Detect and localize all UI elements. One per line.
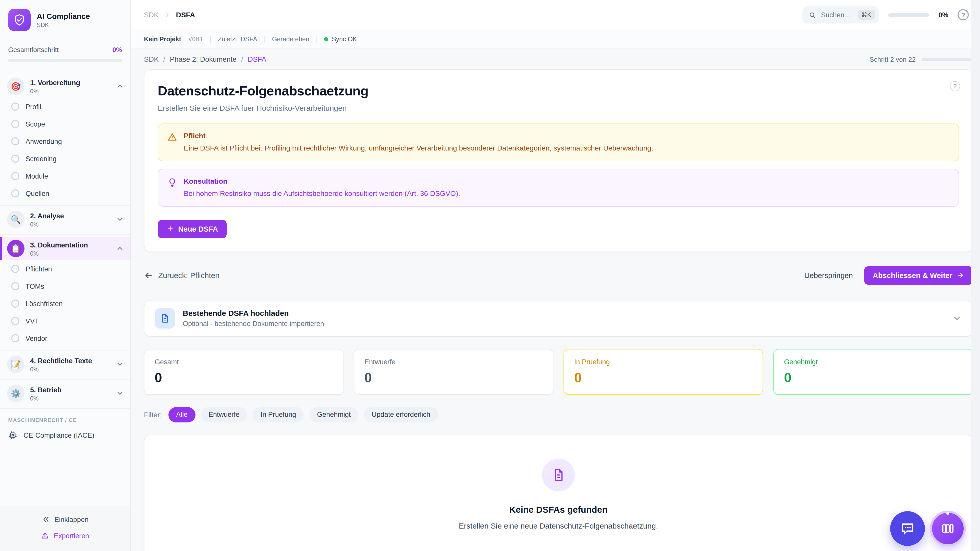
arrow-right-icon: [956, 272, 964, 279]
topbar-progress-bar: [888, 13, 929, 17]
stat-card-gesamt: Gesamt 0: [144, 349, 344, 395]
app-logo-shield-icon: [8, 9, 30, 31]
upload-title: Bestehende DSFA hochladen: [183, 309, 324, 318]
back-button[interactable]: Zurueck: Pflichten: [144, 271, 220, 280]
alert-text: Eine DSFA ist Pflicht bei: Profiling mit…: [184, 143, 653, 153]
chevron-down-icon: [116, 389, 124, 397]
last-visited-label: Zuletzt: DSFA: [218, 36, 257, 43]
phase-label: 5. Betrieb: [30, 386, 62, 394]
divider: [317, 36, 317, 43]
radio-circle-icon: [11, 300, 19, 308]
phase-group-vorbereitung: 🎯 1. Vorbereitung 0% Profil Scope Anwend…: [0, 73, 130, 206]
stat-value: 0: [155, 370, 333, 386]
sidebar-item-pflichten[interactable]: Pflichten: [0, 260, 130, 278]
page-subtitle: Erstellen Sie eine DSFA fuer Hochrisiko-…: [158, 103, 959, 112]
filter-chip-in-pruefung[interactable]: In Pruefung: [253, 407, 304, 422]
upload-existing-dsfa-expander[interactable]: Bestehende DSFA hochladen Optional - bes…: [144, 300, 973, 337]
radio-circle-icon: [11, 172, 19, 180]
step-progress-bar: [922, 57, 973, 61]
search-input[interactable]: Suchen... ⌘K: [803, 6, 879, 24]
sidebar-item-vendor[interactable]: Vendor: [0, 330, 130, 347]
topbar-breadcrumb: SDK DSFA: [144, 11, 195, 19]
sidebar-item-profil[interactable]: Profil: [0, 98, 130, 115]
alert-title: Konsultation: [184, 177, 460, 185]
stat-card-in-pruefung: In Pruefung 0: [563, 349, 763, 395]
alert-text: Bei hohem Restrisiko muss die Aufsichtsb…: [184, 189, 460, 198]
intro-card: Datenschutz-Folgenabschaetzung Erstellen…: [144, 69, 973, 252]
sidebar-item-rechtliche-texte[interactable]: 📝 4. Rechtliche Texte 0%: [0, 353, 130, 376]
new-dsfa-button[interactable]: Neue DSFA: [158, 220, 227, 238]
breadcrumb-sdk[interactable]: SDK: [144, 55, 159, 63]
filter-chip-alle[interactable]: Alle: [169, 407, 195, 422]
phase-label: 2. Analyse: [30, 212, 64, 220]
breadcrumb-dsfa: DSFA: [248, 55, 266, 63]
sidebar-header: AI Compliance SDK: [0, 0, 130, 40]
empty-state: Keine DSFAs gefunden Erstellen Sie eine …: [144, 435, 973, 551]
upload-subtitle: Optional - bestehende Dokumente importie…: [183, 320, 324, 328]
filter-row: Filter: Alle Entwuerfe In Pruefung Geneh…: [144, 407, 973, 422]
phase-label: 4. Rechtliche Texte: [30, 357, 92, 365]
sidebar-item-analyse[interactable]: 🔍 2. Analyse 0%: [0, 208, 130, 231]
sidebar-item-betrieb[interactable]: ⚙️ 5. Betrieb 0%: [0, 382, 130, 405]
warning-triangle-icon: [167, 132, 177, 142]
stats-row: Gesamt 0 Entwuerfe 0 In Pruefung 0 Geneh…: [144, 349, 973, 395]
filter-chip-entwuerfe[interactable]: Entwuerfe: [201, 407, 247, 422]
skip-button[interactable]: Ueberspringen: [804, 272, 853, 279]
sidebar-item-loeschfristen[interactable]: Löschfristen: [0, 295, 130, 312]
sidebar-item-ce-compliance[interactable]: CE-Compliance (IACE): [0, 426, 130, 445]
phase-percent: 0%: [30, 221, 110, 227]
filter-chip-genehmigt[interactable]: Genehmigt: [309, 407, 358, 422]
phase-label: 3. Dokumentation: [30, 241, 88, 249]
board-view-button[interactable]: [932, 513, 964, 545]
stat-value: 0: [364, 370, 542, 386]
lightbulb-icon: [167, 178, 177, 187]
double-chevron-left-icon: [41, 515, 50, 524]
sidebar-item-quellen[interactable]: Quellen: [0, 185, 130, 202]
sidebar-footer: Einklappen Exportieren: [0, 506, 130, 551]
chevron-down-icon: [116, 215, 124, 224]
sync-ok-dot-icon: [324, 37, 328, 41]
chevron-down-icon: [116, 360, 124, 368]
filter-chip-update-erforderlich[interactable]: Update erforderlich: [364, 407, 438, 422]
topbar-progress-value: 0%: [939, 11, 948, 19]
phase-percent: 0%: [30, 395, 110, 402]
app-subtitle: SDK: [37, 22, 90, 28]
breadcrumb-separator: /: [241, 55, 243, 63]
sidebar-item-screening[interactable]: Screening: [0, 150, 130, 167]
sidebar-item-toms[interactable]: TOMs: [0, 278, 130, 295]
overall-progress-value: 0%: [112, 46, 122, 54]
card-help-button[interactable]: ?: [950, 81, 960, 91]
stat-card-genehmigt: Genehmigt 0: [773, 349, 973, 395]
sidebar-item-dokumentation[interactable]: 📋 3. Dokumentation 0%: [0, 237, 130, 260]
breadcrumb-phase[interactable]: Phase 2: Dokumente: [170, 55, 237, 63]
upload-icon: [41, 532, 49, 540]
radio-circle-icon: [11, 334, 19, 342]
page-content: SDK / Phase 2: Dokumente / DSFA Schritt …: [130, 49, 980, 551]
overall-progress-bar: [8, 59, 122, 62]
radio-circle-icon: [11, 189, 19, 197]
help-button[interactable]: ?: [958, 9, 969, 21]
sidebar-item-vorbereitung[interactable]: 🎯 1. Vorbereitung 0%: [0, 75, 130, 98]
export-button[interactable]: Exportieren: [8, 527, 122, 544]
empty-state-title: Keine DSFAs gefunden: [509, 505, 608, 515]
sidebar-item-vvt[interactable]: VVT: [0, 312, 130, 330]
radio-circle-icon: [11, 265, 19, 273]
scrollbar-track[interactable]: [971, 0, 980, 551]
app-title-block: AI Compliance SDK: [37, 12, 90, 28]
sidebar-item-module[interactable]: Module: [0, 167, 130, 185]
sidebar-item-scope[interactable]: Scope: [0, 115, 130, 133]
sidebar-item-anwendung[interactable]: Anwendung: [0, 133, 130, 150]
stat-value: 0: [784, 370, 962, 386]
chat-assistant-button[interactable]: [890, 511, 925, 546]
sidebar-nav: 🎯 1. Vorbereitung 0% Profil Scope Anwend…: [0, 69, 130, 506]
gear-icon: ⚙️: [7, 385, 24, 402]
breadcrumb-root[interactable]: SDK: [144, 11, 159, 19]
plus-icon: [166, 225, 174, 233]
chat-bubble-icon: [900, 521, 915, 536]
complete-next-button[interactable]: Abschliessen & Weiter: [864, 266, 973, 285]
alert-title: Pflicht: [184, 132, 653, 140]
mandatory-warning-alert: Pflicht Eine DSFA ist Pflicht bei: Profi…: [158, 124, 959, 161]
collapse-sidebar-button[interactable]: Einklappen: [8, 511, 122, 527]
stat-card-entwuerfe: Entwuerfe 0: [354, 349, 553, 395]
consultation-info-alert: Konsultation Bei hohem Restrisiko muss d…: [158, 169, 959, 206]
